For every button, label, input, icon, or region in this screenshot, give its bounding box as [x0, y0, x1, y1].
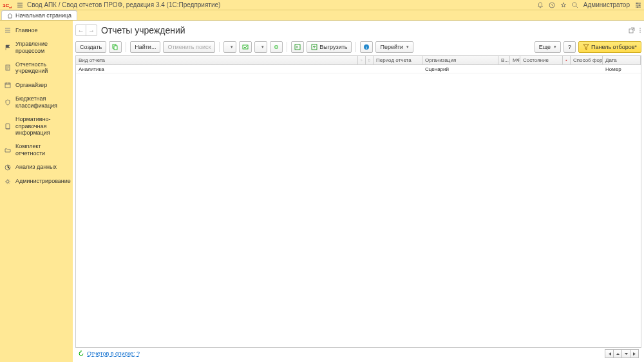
- table-row[interactable]: Аналитика Сценарий Номер: [76, 65, 641, 73]
- settings-icon[interactable]: [635, 2, 641, 8]
- sidebar-item-admin[interactable]: Администрирование: [0, 175, 73, 189]
- th-v[interactable]: В...: [498, 56, 510, 64]
- sidebar-item-label: Администрирование: [15, 178, 71, 185]
- svg-rect-18: [243, 45, 248, 49]
- nav-arrows: ← →: [75, 24, 97, 36]
- svg-point-2: [573, 3, 576, 6]
- cancel-find-button[interactable]: Отменить поиск: [163, 41, 215, 53]
- book-icon: [4, 122, 12, 130]
- th-org[interactable]: Организация: [422, 56, 498, 64]
- action4-button[interactable]: [270, 41, 283, 53]
- sidebar-item-label: Управление процессом: [15, 41, 69, 55]
- info-button[interactable]: i: [360, 41, 373, 53]
- sidebar-item-main[interactable]: Главное: [0, 23, 73, 37]
- history-icon[interactable]: [549, 2, 555, 8]
- svg-rect-15: [114, 46, 117, 50]
- tabbar: Начальная страница: [0, 10, 644, 21]
- svg-point-13: [639, 32, 641, 33]
- toolbar: Создать Найти... Отменить поиск ▾ ▾ X Вы…: [75, 40, 641, 54]
- svg-point-3: [636, 3, 638, 4]
- star-icon[interactable]: [560, 2, 567, 8]
- cell-state: [520, 65, 563, 73]
- sidebar-item-label: Бюджетная классификация: [15, 95, 69, 110]
- sidebar-item-label: Отчетность учреждений: [15, 61, 69, 75]
- refresh-icon[interactable]: [78, 350, 84, 357]
- svg-point-4: [639, 5, 640, 6]
- back-button[interactable]: ←: [76, 25, 86, 35]
- svg-point-11: [639, 28, 641, 29]
- folder-icon: [4, 146, 12, 154]
- th-state[interactable]: Состояние: [520, 56, 563, 64]
- th-doc-icon[interactable]: [366, 56, 374, 64]
- table-header: Вид отчета Период отчета Организация В..…: [76, 56, 641, 65]
- window-title: Свод АПК / Свод отчетов ПРОФ, редакция 3…: [27, 1, 537, 8]
- sidebar-item-label: Главное: [15, 27, 37, 34]
- sidebar-item-label: Органайзер: [15, 82, 47, 89]
- home-icon: [7, 13, 13, 19]
- popout-icon[interactable]: [629, 27, 635, 33]
- action1-button[interactable]: ▾: [223, 41, 236, 53]
- nav-last[interactable]: [630, 349, 639, 358]
- th-sposob[interactable]: Способ форм...: [571, 56, 603, 64]
- search-icon[interactable]: [572, 2, 578, 8]
- tab-label: Начальная страница: [15, 12, 71, 19]
- more-menu-icon[interactable]: [639, 27, 641, 33]
- tab-home[interactable]: Начальная страница: [1, 10, 77, 20]
- goto-button[interactable]: Перейти▾: [375, 41, 413, 53]
- th-vid[interactable]: Вид отчета: [76, 56, 358, 64]
- create-button[interactable]: Создать: [75, 41, 106, 53]
- svg-point-9: [6, 180, 9, 183]
- sidebar-item-analysis[interactable]: Анализ данных: [0, 160, 73, 175]
- th-clip-icon[interactable]: [358, 56, 366, 64]
- forward-button[interactable]: →: [86, 25, 97, 35]
- bottom-bar: Отчетов в списке: ?: [75, 348, 641, 359]
- find-button[interactable]: Найти...: [130, 41, 160, 53]
- table-body[interactable]: Аналитика Сценарий Номер: [76, 65, 641, 347]
- cell-date: Номер: [603, 65, 641, 73]
- hamburger-icon[interactable]: [17, 2, 23, 8]
- table-nav: [605, 349, 639, 358]
- sidebar-item-organizer[interactable]: Органайзер: [0, 78, 73, 92]
- flag-icon: [4, 44, 12, 52]
- titlebar-right: Администратор: [537, 1, 641, 8]
- sidebar-item-reports[interactable]: Отчетность учреждений: [0, 58, 73, 79]
- th-period[interactable]: Период отчета: [374, 56, 422, 64]
- sidebar-item-kit[interactable]: Комплект отчетности: [0, 140, 73, 160]
- separator: [219, 42, 220, 52]
- action2-button[interactable]: [239, 41, 252, 53]
- th-date[interactable]: Дата: [603, 56, 641, 64]
- nav-down[interactable]: [621, 349, 630, 358]
- cell-doc: [366, 65, 374, 73]
- more-button[interactable]: Еще▾: [535, 41, 561, 53]
- document-icon: [4, 64, 12, 71]
- th-mf[interactable]: МФ: [510, 56, 520, 64]
- sidebar-item-label: Анализ данных: [15, 164, 57, 171]
- nav-up[interactable]: [613, 349, 622, 358]
- nav-first[interactable]: [605, 349, 614, 358]
- upload-button[interactable]: Выгрузить: [307, 41, 352, 53]
- chart-icon: [4, 164, 12, 171]
- th-flag-icon[interactable]: [563, 56, 571, 64]
- main: Главное Управление процессом Отчетность …: [0, 21, 644, 362]
- app-logo-icon: 1С: [3, 1, 13, 10]
- content-header: ← → Отчеты учреждений: [75, 23, 641, 40]
- copy-button[interactable]: [109, 41, 122, 53]
- sidebar-item-budget[interactable]: Бюджетная классификация: [0, 92, 73, 113]
- sidebar-item-label: Нормативно-справочная информация: [15, 116, 69, 137]
- calendar-icon: [4, 81, 12, 89]
- svg-rect-7: [5, 83, 10, 88]
- help-button[interactable]: ?: [564, 41, 576, 53]
- action3-button[interactable]: ▾: [254, 41, 267, 53]
- bell-icon[interactable]: [537, 2, 544, 8]
- sidebar-item-reference[interactable]: Нормативно-справочная информация: [0, 113, 73, 140]
- content: ← → Отчеты учреждений Создать Найти... О…: [73, 21, 644, 362]
- count-link[interactable]: Отчетов в списке: ?: [87, 350, 140, 357]
- separator: [287, 42, 287, 52]
- user-label[interactable]: Администратор: [583, 1, 630, 8]
- sidebar-item-process[interactable]: Управление процессом: [0, 37, 73, 58]
- cell-flag: [563, 65, 571, 73]
- filter-panel-button[interactable]: Панель отборов*: [578, 41, 641, 53]
- excel-button[interactable]: X: [291, 41, 304, 53]
- gear-icon: [4, 178, 12, 186]
- cell-period: [374, 65, 422, 73]
